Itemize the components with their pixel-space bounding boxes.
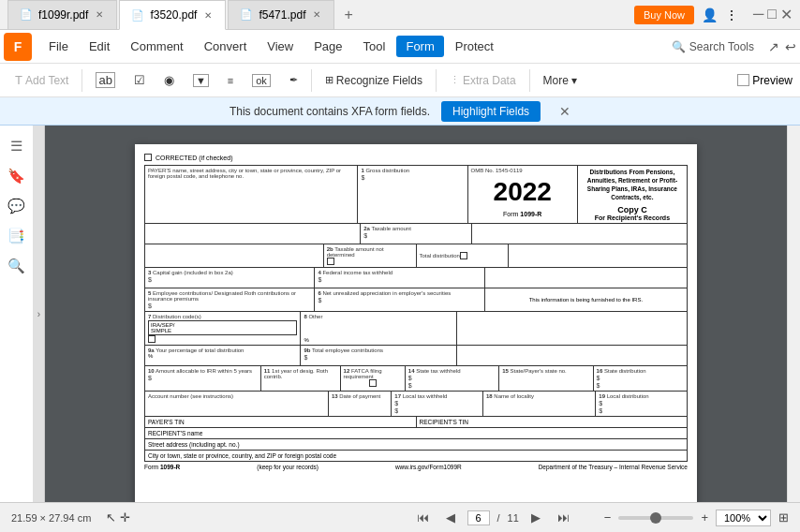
box12-checkbox[interactable] (369, 379, 377, 387)
box11-cell: 11 1st year of desig. Roth contrib. (261, 366, 341, 391)
menu-form[interactable]: Form (396, 36, 443, 57)
box17-dollar2: $ (394, 407, 480, 414)
panel-collapse-btn[interactable]: › (34, 126, 45, 502)
sig-icon: ✒ (289, 74, 298, 86)
minimize-button[interactable]: ─ (753, 6, 763, 23)
zoom-in-icon[interactable]: + (701, 510, 708, 525)
menu-page[interactable]: Page (304, 36, 351, 57)
title-bar: 📄 f1099r.pdf ✕ 📄 f3520.pdf ✕ 📄 f5471.pdf… (0, 0, 800, 30)
footer-form-number: 1099-R (160, 464, 180, 470)
form-type-label: Form 1099-R (471, 211, 574, 217)
fit-page-icon[interactable]: ⊞ (778, 510, 789, 525)
box6-dollar: $ (318, 297, 481, 303)
last-page-btn[interactable]: ⏭ (553, 509, 574, 526)
preview-checkbox[interactable] (737, 74, 749, 86)
list-button[interactable]: ≡ (220, 71, 241, 90)
xfa-banner: This document contains XFA form fields. … (0, 97, 800, 126)
form-grid: PAYER'S name, street address, city or to… (144, 165, 688, 417)
panel-bookmarks-icon[interactable]: 🔖 (4, 163, 30, 189)
footer-dept: Department of the Treasury – Internal Re… (539, 464, 688, 470)
zoom-slider[interactable] (618, 516, 693, 520)
box16-label: 16 State distribution (597, 368, 684, 374)
pdf-viewer[interactable]: CORRECTED (if checked) PAYER'S name, str… (45, 126, 787, 502)
form-year: 2022 (471, 173, 574, 211)
box9a-cell: 9a Your percentage of total distribution… (145, 346, 301, 365)
cursor-crosshair-icon[interactable]: ✛ (120, 510, 130, 525)
irs-info-text: This information is being furnished to t… (488, 297, 684, 303)
box7-checkbox[interactable] (148, 335, 156, 343)
highlight-fields-button[interactable]: Highlight Fields (441, 101, 541, 122)
history-icon[interactable]: ↩ (785, 39, 796, 54)
prev-page-btn[interactable]: ◀ (441, 509, 460, 526)
signature-button[interactable]: ✒ (282, 70, 305, 90)
right-scrollbar[interactable] (787, 126, 800, 502)
menu-convert[interactable]: Convert (195, 36, 257, 57)
radio-button-btn[interactable]: ◉ (156, 69, 182, 91)
menu-tool[interactable]: Tool (354, 36, 395, 57)
panel-comments-icon[interactable]: 💬 (4, 193, 30, 219)
box2a-dollar: $ (363, 232, 468, 239)
payers-tin-cell: PAYER'S TIN (145, 417, 417, 427)
extra-data-button[interactable]: ⋮ Extra Data (442, 70, 524, 91)
recognize-label: Recognize Fields (336, 74, 422, 87)
user-icon[interactable]: 👤 (702, 7, 718, 22)
list-icon: ≡ (228, 75, 233, 86)
combo-button[interactable]: ▼ (185, 70, 216, 91)
box2b-total-checkbox[interactable] (460, 252, 467, 259)
box4-label: 4 Federal income tax withheld (318, 270, 481, 275)
bottom-bar: 21.59 × 27.94 cm ↖ ✛ ⏮ ◀ / 11 ▶ ⏭ − + 10… (0, 502, 800, 532)
share-icon[interactable]: ↗ (768, 39, 779, 54)
recipients-name-cell: RECIPIENT'S name (144, 428, 688, 439)
xfa-close-button[interactable]: ✕ (559, 104, 570, 119)
tab-pdf-icon: 📄 (131, 9, 144, 22)
search-tools-btn[interactable]: 🔍 Search Tools (663, 37, 763, 57)
button-btn[interactable]: ok (244, 70, 278, 91)
new-tab-button[interactable]: + (336, 3, 360, 27)
panel-pages-icon[interactable]: ☰ (4, 133, 30, 159)
logo-letter: F (14, 39, 22, 54)
text-field-button[interactable]: ab (88, 68, 122, 92)
maximize-button[interactable]: □ (767, 6, 777, 23)
page-separator: / (497, 512, 500, 524)
corrected-checkbox[interactable] (144, 154, 152, 161)
menu-comment[interactable]: Comment (121, 36, 192, 57)
recognize-fields-button[interactable]: ⊞ Recognize Fields (318, 70, 430, 91)
menu-file[interactable]: File (39, 36, 78, 57)
tab-close-btn[interactable]: ✕ (94, 9, 105, 20)
box4-cell: 4 Federal income tax withheld $ (315, 268, 484, 288)
next-page-btn[interactable]: ▶ (526, 509, 545, 526)
cursor-icon[interactable]: ↖ (106, 510, 116, 525)
add-text-button[interactable]: T Add Text (7, 69, 76, 91)
street-address-label: Street address (including apt. no.) (148, 441, 240, 448)
form-row-10-16: 10 Amount allocable to IRR within 5 year… (145, 366, 687, 392)
tab-f3520[interactable]: 📄 f3520.pdf ✕ (119, 0, 226, 30)
tab-f5471[interactable]: 📄 f5471.pdf ✕ (228, 0, 334, 30)
tab-close-btn[interactable]: ✕ (311, 9, 322, 20)
close-button[interactable]: ✕ (780, 6, 793, 23)
tab-close-btn[interactable]: ✕ (202, 10, 214, 21)
form-row-5-6: 5 Employee contributions/ Designated Rot… (145, 288, 687, 312)
buy-now-button[interactable]: Buy Now (634, 6, 694, 24)
box15-label: 15 State/Payer's state no. (502, 368, 589, 374)
page-number-input[interactable] (467, 510, 490, 525)
more-options-icon[interactable]: ⋮ (725, 7, 738, 22)
box16-cell: 16 State distribution $ $ (594, 366, 687, 391)
first-page-btn[interactable]: ⏮ (412, 509, 434, 526)
bottom-right: ⏮ ◀ / 11 ▶ ⏭ − + 100% 75% 125% 150% ⊞ (412, 509, 790, 526)
more-button[interactable]: More ▾ (536, 70, 585, 91)
tab-f1099r[interactable]: 📄 f1099r.pdf ✕ (7, 0, 117, 30)
zoom-out-icon[interactable]: − (604, 510, 612, 525)
menu-bar: F File Edit Comment Convert View Page To… (0, 30, 800, 64)
payers-tin-label: PAYER'S TIN (148, 419, 185, 425)
checkbox-button[interactable]: ☑ (126, 69, 153, 91)
panel-layers-icon[interactable]: 📑 (4, 223, 30, 249)
box11-label: 11 1st year of desig. Roth contrib. (264, 368, 337, 379)
tab-bar: 📄 f1099r.pdf ✕ 📄 f3520.pdf ✕ 📄 f5471.pdf… (7, 0, 361, 30)
menu-protect[interactable]: Protect (446, 36, 503, 57)
menu-edit[interactable]: Edit (80, 36, 119, 57)
menu-view[interactable]: View (258, 36, 303, 57)
panel-search-icon[interactable]: 🔍 (4, 253, 30, 279)
box2b-cell: 2b Taxable amount not determined (324, 244, 417, 267)
box2b-checkbox[interactable] (327, 258, 334, 265)
zoom-select[interactable]: 100% 75% 125% 150% (716, 510, 771, 526)
